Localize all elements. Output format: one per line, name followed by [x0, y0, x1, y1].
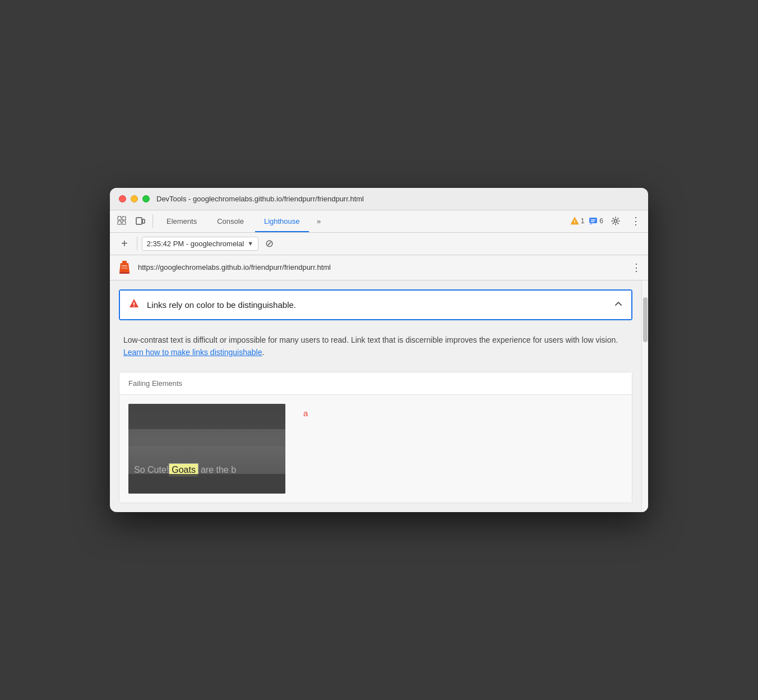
scrollbar-track[interactable]	[641, 280, 648, 513]
warning-badge[interactable]: ! 1	[570, 217, 585, 225]
toolbar-right: ! 1 6 ⋮	[570, 213, 644, 229]
tab-elements[interactable]: Elements	[158, 210, 206, 232]
devtools-window: DevTools - googlechromelabs.github.io/fr…	[110, 188, 648, 513]
cancel-button[interactable]: ⊘	[263, 235, 276, 252]
audit-header[interactable]: Links rely on color to be distinguishabl…	[120, 291, 631, 319]
chat-badge[interactable]: 6	[589, 217, 603, 225]
svg-rect-5	[142, 219, 145, 223]
scrollbar-thumb[interactable]	[643, 297, 648, 342]
svg-rect-4	[136, 218, 142, 224]
failing-elements-container: Failing Elements So Cute! Goats are the …	[119, 372, 632, 503]
svg-rect-0	[118, 217, 121, 220]
gear-icon	[611, 217, 620, 225]
add-button[interactable]: +	[117, 235, 132, 252]
lighthouse-logo	[117, 260, 132, 275]
svg-point-10	[614, 220, 617, 223]
traffic-lights	[119, 195, 150, 202]
window-title: DevTools - googlechromelabs.github.io/fr…	[156, 195, 364, 203]
device-toolbar-icon[interactable]	[132, 213, 148, 229]
maximize-button[interactable]	[142, 195, 150, 202]
timestamp-url-display: 2:35:42 PM - googlechromelal ▼	[142, 237, 258, 251]
content-wrapper: Links rely on color to be distinguishabl…	[110, 280, 648, 513]
toolbar-separator	[152, 214, 153, 228]
svg-point-17	[133, 306, 135, 307]
svg-rect-15	[119, 272, 130, 274]
failing-elements-header: Failing Elements	[119, 372, 632, 395]
svg-text:!: !	[574, 219, 575, 224]
url-bar: https://googlechromelabs.github.io/frien…	[110, 255, 648, 280]
toolbar-separator-2	[137, 237, 137, 250]
settings-button[interactable]	[608, 213, 623, 229]
screenshot-bottom-bar	[128, 474, 285, 494]
audit-collapse-icon[interactable]	[614, 300, 622, 310]
svg-rect-1	[122, 217, 126, 220]
page-url: https://googlechromelabs.github.io/frien…	[138, 263, 626, 271]
svg-rect-16	[133, 302, 135, 305]
dropdown-arrow-icon[interactable]: ▼	[247, 240, 253, 247]
close-button[interactable]	[119, 195, 126, 202]
minimize-button[interactable]	[131, 195, 138, 202]
svg-rect-13	[122, 265, 127, 266]
devtools-toolbar: Elements Console Lighthouse » ! 1	[110, 210, 648, 233]
audit-error-icon	[129, 298, 139, 311]
learn-more-link[interactable]: Learn how to make links distinguishable	[123, 348, 262, 357]
link-element-indicator: a	[299, 404, 312, 422]
svg-rect-14	[121, 268, 128, 269]
lighthouse-icon	[117, 260, 132, 275]
screenshot-top-bar	[128, 404, 285, 429]
failing-elements-body: So Cute! Goats are the b a	[119, 395, 632, 503]
audit-description: Low-contrast text is difficult or imposs…	[110, 325, 641, 372]
svg-rect-11	[122, 261, 127, 263]
tab-console[interactable]: Console	[208, 210, 253, 232]
select-icon[interactable]	[114, 213, 130, 229]
tab-lighthouse[interactable]: Lighthouse	[255, 210, 309, 232]
svg-rect-3	[122, 221, 126, 224]
lighthouse-toolbar: + 2:35:42 PM - googlechromelal ▼ ⊘	[110, 233, 648, 255]
content-area: Links rely on color to be distinguishabl…	[110, 280, 641, 513]
audit-item: Links rely on color to be distinguishabl…	[119, 289, 632, 320]
screenshot-thumbnail: So Cute! Goats are the b	[128, 404, 285, 494]
warning-icon: !	[570, 217, 579, 225]
svg-rect-2	[118, 221, 121, 224]
svg-rect-7	[589, 218, 597, 223]
more-options-button[interactable]: ⋮	[628, 213, 644, 229]
dots-icon: ⋮	[631, 215, 641, 227]
title-bar: DevTools - googlechromelabs.github.io/fr…	[110, 188, 648, 210]
chat-icon	[589, 217, 598, 225]
url-more-button[interactable]: ⋮	[631, 261, 641, 274]
audit-title: Links rely on color to be distinguishabl…	[147, 300, 607, 310]
more-tabs-button[interactable]: »	[311, 213, 327, 229]
screenshot-mid-bar	[128, 429, 285, 446]
